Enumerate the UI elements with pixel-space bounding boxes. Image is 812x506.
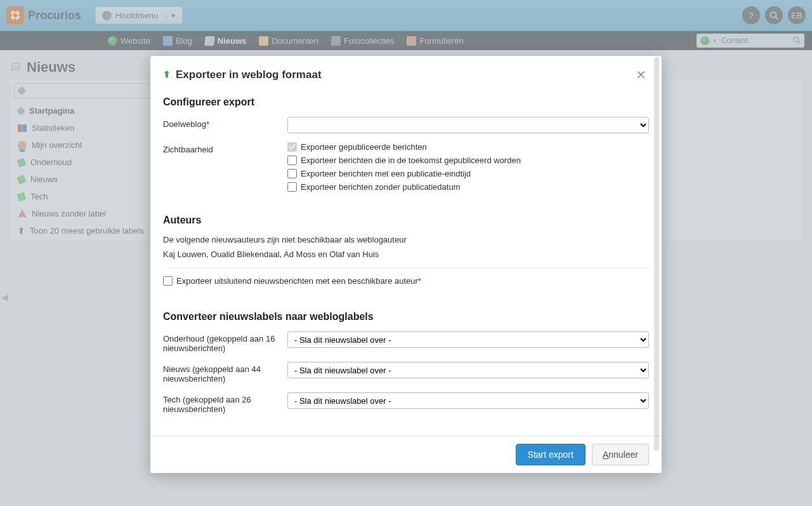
convert-row-2: Tech (gekoppeld aan 26 nieuwsberichten) … bbox=[163, 392, 649, 414]
vis-check-1[interactable]: Exporteer berichten die in de toekomst g… bbox=[287, 156, 649, 165]
modal-footer: Start export Annuleer bbox=[150, 436, 662, 473]
modal-title: ⬆ Exporteer in weblog formaat bbox=[163, 69, 633, 81]
vis-check-3[interactable]: Exporteer berichten zonder publicatiedat… bbox=[287, 182, 649, 192]
section-convert-title: Converteer nieuwslabels naar webloglabel… bbox=[163, 311, 649, 323]
target-label: Doelweblog* bbox=[163, 117, 287, 129]
visibility-label: Zichtbaarheid bbox=[163, 142, 287, 154]
authors-list: Kaj Louwen, Oualid Bliekendaal, Ad Moss … bbox=[163, 250, 649, 259]
export-icon: ⬆ bbox=[163, 69, 171, 79]
cancel-button[interactable]: Annuleer bbox=[592, 444, 649, 465]
vis-check-2[interactable]: Exporteer berichten met een publicatie-e… bbox=[287, 169, 649, 178]
target-select[interactable] bbox=[287, 117, 649, 133]
convert-select-1[interactable]: - Sla dit nieuwslabel over - bbox=[287, 362, 649, 378]
start-export-button[interactable]: Start export bbox=[516, 444, 586, 465]
vis-check-0[interactable]: Exporteer gepubliceerde berichten bbox=[287, 142, 649, 152]
modal-body: Configureer export Doelweblog* Zichtbaar… bbox=[150, 90, 662, 436]
convert-label-2: Tech (gekoppeld aan 26 nieuwsberichten) bbox=[163, 392, 287, 414]
close-button[interactable]: ✕ bbox=[633, 65, 649, 85]
convert-label-0: Onderhoud (gekoppeld aan 16 nieuwsberich… bbox=[163, 331, 287, 353]
modal-scrollbar[interactable] bbox=[654, 57, 659, 451]
convert-row-1: Nieuws (gekoppeld aan 44 nieuwsberichten… bbox=[163, 362, 649, 383]
row-visibility: Zichtbaarheid Exporteer gepubliceerde be… bbox=[163, 142, 649, 196]
convert-row-0: Onderhoud (gekoppeld aan 16 nieuwsberich… bbox=[163, 331, 649, 353]
authors-only-check[interactable]: Exporteer uitsluitend nieuwsberichten me… bbox=[163, 276, 649, 286]
export-modal: ⬆ Exporteer in weblog formaat ✕ Configur… bbox=[150, 56, 662, 473]
modal-header: ⬆ Exporteer in weblog formaat ✕ bbox=[150, 56, 662, 90]
row-target-weblog: Doelweblog* bbox=[163, 117, 649, 133]
section-authors-title: Auteurs bbox=[163, 215, 649, 226]
convert-select-0[interactable]: - Sla dit nieuwslabel over - bbox=[287, 331, 649, 348]
modal-overlay: ⬆ Exporteer in weblog formaat ✕ Configur… bbox=[0, 0, 812, 506]
authors-intro: De volgende nieuwsauteurs zijn niet besc… bbox=[163, 235, 649, 244]
convert-label-1: Nieuws (gekoppeld aan 44 nieuwsberichten… bbox=[163, 362, 287, 383]
convert-select-2[interactable]: - Sla dit nieuwslabel over - bbox=[287, 392, 649, 409]
section-config-title: Configureer export bbox=[163, 97, 649, 108]
